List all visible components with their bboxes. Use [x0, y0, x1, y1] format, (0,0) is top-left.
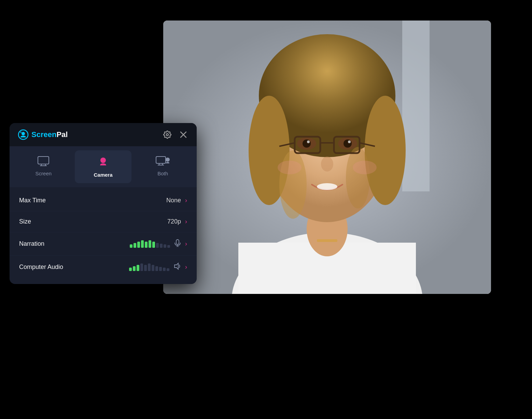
max-time-label: Max Time: [19, 197, 74, 204]
svg-rect-33: [38, 157, 49, 164]
max-time-value: None ›: [166, 197, 187, 204]
volume-bar-10: [167, 245, 170, 248]
panel-header: ScreenPal: [10, 123, 197, 146]
screenpal-panel: ScreenPal: [10, 123, 197, 284]
volume-bar-6: [152, 265, 154, 271]
background-photo: [163, 21, 491, 294]
volume-bar-5: [149, 240, 151, 248]
both-svg-icon: [156, 156, 170, 166]
volume-bar-4: [144, 265, 147, 271]
volume-bar-6: [152, 242, 155, 248]
tab-both[interactable]: Both: [134, 150, 191, 183]
close-icon: [180, 131, 187, 138]
svg-point-28: [22, 132, 25, 135]
volume-bar-9: [164, 244, 166, 248]
svg-point-23: [317, 183, 337, 190]
svg-point-25: [353, 161, 377, 174]
svg-rect-26: [317, 239, 337, 242]
logo-text: ScreenPal: [31, 130, 68, 139]
svg-point-29: [20, 132, 22, 133]
svg-point-13: [307, 140, 310, 143]
speaker-svg: [173, 262, 181, 270]
svg-point-8: [365, 96, 406, 205]
volume-bar-0: [130, 244, 132, 248]
tab-bar: Screen Camera: [10, 146, 197, 187]
size-chevron: ›: [185, 218, 187, 225]
screenpal-logo-icon: [18, 129, 29, 140]
tab-both-label: Both: [157, 171, 168, 176]
camera-icon: [97, 156, 109, 169]
svg-point-16: [348, 140, 351, 143]
svg-point-12: [303, 139, 311, 148]
volume-bar-8: [159, 267, 162, 271]
svg-rect-38: [156, 157, 166, 163]
computer-audio-row[interactable]: Computer Audio ›: [10, 256, 197, 279]
volume-bar-5: [148, 263, 151, 271]
svg-point-15: [344, 139, 352, 148]
svg-point-10: [346, 147, 370, 208]
size-label: Size: [19, 218, 74, 225]
speaker-icon: [173, 262, 181, 272]
svg-marker-46: [174, 263, 178, 269]
header-actions: [162, 129, 188, 140]
narration-value: ›: [130, 239, 187, 248]
logo-area: ScreenPal: [18, 129, 68, 140]
max-time-row[interactable]: Max Time None ›: [10, 190, 197, 211]
volume-bar-1: [133, 266, 136, 271]
narration-chevron: ›: [185, 240, 187, 247]
volume-bar-1: [134, 243, 136, 248]
screen-icon: [37, 156, 50, 168]
computer-audio-value: ›: [129, 262, 187, 272]
max-time-text: None: [166, 197, 181, 204]
narration-label: Narration: [19, 240, 74, 247]
volume-bar-3: [141, 240, 144, 248]
volume-bar-0: [129, 268, 132, 271]
logo-screen: Screen: [31, 130, 56, 139]
svg-point-9: [279, 150, 307, 219]
face-svg: [163, 21, 491, 294]
size-value: 720p ›: [167, 218, 187, 225]
computer-audio-chevron: ›: [185, 263, 187, 271]
svg-point-37: [100, 158, 106, 163]
microphone-svg: [174, 239, 181, 247]
volume-bar-10: [167, 268, 169, 271]
settings-button[interactable]: [162, 129, 173, 140]
svg-point-42: [166, 158, 170, 162]
svg-point-24: [278, 161, 302, 174]
narration-bars: [130, 240, 170, 248]
tab-camera-label: Camera: [94, 172, 112, 178]
volume-bar-8: [160, 244, 163, 248]
volume-bar-2: [137, 265, 139, 271]
volume-bar-7: [155, 266, 158, 271]
screen-svg-icon: [37, 156, 50, 166]
volume-bar-2: [137, 242, 140, 248]
tab-screen-label: Screen: [36, 171, 52, 176]
volume-bar-4: [145, 242, 148, 248]
gear-icon: [163, 131, 171, 139]
svg-rect-43: [176, 240, 179, 244]
close-button[interactable]: [178, 130, 188, 140]
computer-audio-label: Computer Audio: [19, 263, 74, 271]
both-icon: [156, 156, 170, 168]
mic-icon: [174, 239, 181, 248]
svg-point-22: [321, 157, 333, 172]
narration-row[interactable]: Narration ›: [10, 232, 197, 256]
size-row[interactable]: Size 720p ›: [10, 211, 197, 232]
volume-bar-3: [140, 263, 143, 271]
tab-camera[interactable]: Camera: [75, 150, 132, 183]
max-time-chevron: ›: [185, 197, 187, 204]
settings-list: Max Time None › Size 720p › Narration: [10, 187, 197, 284]
svg-point-30: [166, 134, 168, 136]
computer-audio-bars: [129, 263, 169, 271]
camera-svg-icon: [97, 156, 109, 167]
tab-screen[interactable]: Screen: [15, 150, 72, 183]
svg-rect-1: [402, 21, 430, 191]
volume-bar-9: [163, 268, 166, 271]
volume-bar-7: [156, 243, 159, 248]
logo-pal: Pal: [56, 130, 68, 139]
size-text: 720p: [167, 218, 181, 225]
